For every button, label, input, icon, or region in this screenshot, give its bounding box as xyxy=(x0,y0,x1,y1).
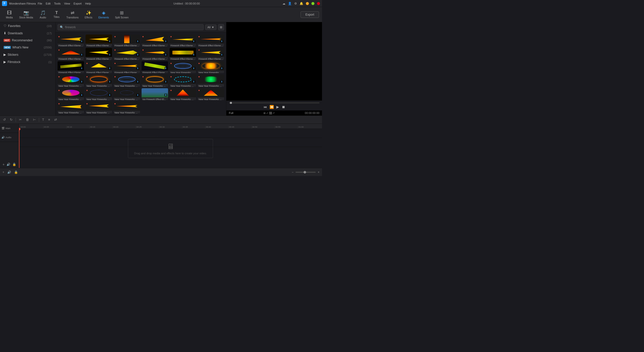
text-icon[interactable]: T xyxy=(41,117,45,122)
list-item[interactable]: ♥ ⬇ Firework Effect Element... xyxy=(58,48,84,60)
zoom-in-button[interactable]: + xyxy=(317,170,320,174)
download-icon[interactable]: ⬇ xyxy=(108,67,111,70)
cloud-icon[interactable]: ☁ xyxy=(282,2,285,5)
stop-button[interactable]: ⏹ xyxy=(282,105,285,109)
tool-elements[interactable]: ◈ Elements xyxy=(96,9,112,20)
download-icon[interactable]: ⬇ xyxy=(192,67,195,70)
quality-selector[interactable]: Full xyxy=(229,111,233,114)
lock-button[interactable]: 🔒 xyxy=(12,162,17,167)
preview-playhead[interactable] xyxy=(230,102,232,104)
download-icon[interactable]: ⬇ xyxy=(164,53,167,56)
download-icon[interactable]: ⬇ xyxy=(164,80,167,83)
list-item[interactable]: ♥ ⬇ New Year Fireworks Ele... xyxy=(170,75,196,86)
notification-icon[interactable]: 🔔 xyxy=(300,2,303,5)
menu-file[interactable]: File xyxy=(38,2,42,5)
download-icon[interactable]: ⬇ xyxy=(164,67,167,70)
undo-icon[interactable]: ↺ xyxy=(2,117,7,122)
list-item[interactable]: ♥ ⬇ Firework Effect Element... xyxy=(86,48,112,60)
redo-icon[interactable]: ↻ xyxy=(9,117,14,122)
download-icon[interactable]: ⬇ xyxy=(192,40,195,43)
download-icon[interactable]: ⬇ xyxy=(108,94,111,97)
tool-effects[interactable]: ✨ Effects xyxy=(82,9,95,20)
download-icon[interactable]: ⬇ xyxy=(136,53,139,56)
list-item[interactable]: ♥ ⬇ New Year Fireworks Ele... xyxy=(114,75,140,86)
tool-transitions[interactable]: ⇌ Transitions xyxy=(64,9,81,20)
download-icon[interactable]: ⬇ xyxy=(136,94,139,97)
download-icon[interactable]: ⬇ xyxy=(80,40,83,43)
list-item[interactable]: ♥ New Year Fireworks Ele... xyxy=(198,88,224,100)
download-icon[interactable]: ⬇ xyxy=(220,67,223,70)
tool-titles[interactable]: T Titles xyxy=(50,10,63,19)
list-item[interactable]: ♥ ⬇ New Year Fireworks Ele... xyxy=(198,75,224,86)
download-icon[interactable]: ⬇ xyxy=(136,40,139,43)
list-item[interactable]: ♥ ⬇ New Year Fireworks Ele... xyxy=(170,61,196,73)
list-item[interactable]: ♥ ⬇ Firework Effect Element... xyxy=(142,61,168,73)
transform-icon[interactable]: ⇄ xyxy=(53,117,58,122)
delete-icon[interactable]: 🗑 xyxy=(25,117,30,122)
download-icon[interactable]: ⬇ xyxy=(108,80,111,83)
menu-help[interactable]: Help xyxy=(85,2,91,5)
zoom-slider[interactable] xyxy=(296,172,316,173)
split-icon[interactable]: ⊢ xyxy=(32,117,37,122)
filter-button[interactable]: All ▼ xyxy=(205,24,217,30)
list-item[interactable]: ♥ ⬇ New Year Fireworks Ele... xyxy=(114,88,140,100)
list-item[interactable]: ♥ New Year Fireworks Ele... xyxy=(114,102,140,113)
tool-splitscreen[interactable]: ⊞ Split Screen xyxy=(113,9,131,20)
speaker-button[interactable]: 🔊 xyxy=(6,162,11,167)
list-item[interactable]: ♥ New Year Fireworks Ele... xyxy=(170,88,196,100)
tool-media[interactable]: 🎞 Media xyxy=(3,9,16,20)
download-icon[interactable]: ⬇ xyxy=(80,53,83,56)
download-icon[interactable]: ⬇ xyxy=(192,53,195,56)
list-item[interactable]: ♥ ⬇ New Year Fireworks Ele... xyxy=(86,88,112,100)
menu-view[interactable]: View xyxy=(64,2,70,5)
step-back-button[interactable]: ⏪ xyxy=(270,105,274,109)
list-item[interactable]: ♥ ⬇ Firework Effect Element... xyxy=(198,48,224,60)
list-item[interactable]: ♥ ⬇ Firework Effect Element... xyxy=(86,35,112,46)
download-icon[interactable]: ⬇ xyxy=(164,40,167,43)
list-item[interactable]: ♥ New Year Fireworks Ele... xyxy=(58,102,84,113)
settings-icon[interactable]: ⚙ xyxy=(294,2,297,5)
minimize-button[interactable] xyxy=(306,2,309,5)
list-item[interactable]: ♥ ⬇ Ice Firework Effect El... xyxy=(142,88,168,100)
download-icon[interactable]: ⬇ xyxy=(220,53,223,56)
playhead[interactable] xyxy=(19,129,19,168)
rewind-button[interactable]: ⏮ xyxy=(263,105,267,109)
sidebar-item-stickers[interactable]: ▶ Stickers (1719) xyxy=(1,51,54,58)
list-item[interactable]: ♥ ⬇ Firework Effect Element... xyxy=(114,48,140,60)
list-item[interactable]: ♥ ⬇ Firework Effect Element... xyxy=(58,61,84,73)
download-icon[interactable]: ⬇ xyxy=(136,80,139,83)
play-button[interactable]: ▶ xyxy=(276,105,279,109)
speaker-bottom-button[interactable]: 🔊 xyxy=(7,170,12,174)
list-item[interactable]: ♥ ⬇ Firework Effect Element... xyxy=(170,35,196,46)
list-item[interactable]: ♥ New Year Fireworks Ele... xyxy=(86,102,112,113)
list-item[interactable]: ♥ ⬇ New Year Fireworks Ele... xyxy=(58,75,84,86)
list-item[interactable]: ♥ ⬇ Firework Effect Element... xyxy=(114,35,140,46)
account-icon[interactable]: 👤 xyxy=(288,2,292,5)
export-button[interactable]: Export xyxy=(301,11,319,18)
sidebar-item-whatsnew[interactable]: NEW What's New (2556) xyxy=(1,44,54,51)
sidebar-item-recommended[interactable]: HOT Recommended (90) xyxy=(1,37,54,44)
download-icon[interactable]: ⬇ xyxy=(192,80,195,83)
zoom-out-button[interactable]: − xyxy=(291,170,294,174)
list-item[interactable]: ♥ ⬇ Firework Effect Element... xyxy=(142,48,168,60)
download-icon[interactable]: ⬇ xyxy=(108,40,111,43)
download-icon[interactable]: ⬇ xyxy=(220,40,223,43)
cut-icon[interactable]: ✂ xyxy=(18,117,23,122)
download-icon[interactable]: ⬇ xyxy=(80,67,83,70)
sidebar-item-filmstock[interactable]: ▶ Filmstock (1) xyxy=(1,58,54,65)
download-icon[interactable]: ⬇ xyxy=(136,67,139,70)
speed-icon[interactable]: ≡ xyxy=(47,117,51,122)
list-item[interactable]: ♥ ⬇ Firework Effect Element... xyxy=(142,35,168,46)
download-icon[interactable]: ⬇ xyxy=(164,94,167,97)
list-item[interactable]: ♥ ⬇ Firework Effect Element... xyxy=(198,35,224,46)
list-item[interactable]: ♥ ⬇ Firework Effect Element... xyxy=(58,35,84,46)
menu-export[interactable]: Export xyxy=(74,2,82,5)
grid-view-button[interactable]: ⊞ xyxy=(218,24,224,30)
maximize-button[interactable] xyxy=(311,2,314,5)
list-item[interactable]: ♥ ⬇ Firework Effect Element... xyxy=(170,48,196,60)
list-item[interactable]: ♥ ⬇ Firework Effect Element... xyxy=(86,61,112,73)
search-input[interactable] xyxy=(65,24,201,30)
tool-audio[interactable]: 🎵 Audio xyxy=(37,9,49,20)
download-icon[interactable]: ⬇ xyxy=(80,80,83,83)
add-track-bottom-button[interactable]: + xyxy=(2,170,5,174)
